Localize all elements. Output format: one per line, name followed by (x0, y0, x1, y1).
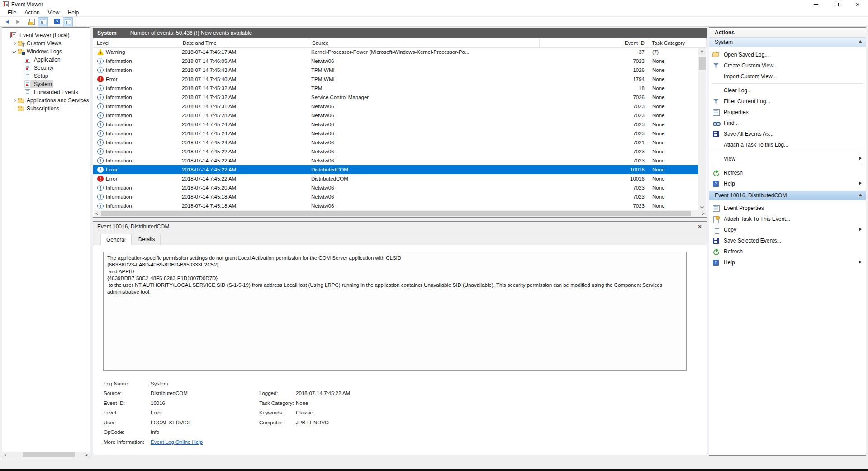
event-row[interactable]: iInformation 2018-07-14 7:45:24 AM Netwt… (93, 129, 699, 138)
actions-section-header-system[interactable]: System (709, 38, 866, 47)
action-find[interactable]: Find... (709, 118, 866, 128)
tree-item-subscriptions[interactable]: Subscriptions (2, 105, 90, 113)
action-help[interactable]: Help (709, 178, 866, 189)
action-import-custom-view[interactable]: Import Custom View... (709, 71, 866, 82)
menu-file[interactable]: File (4, 9, 20, 16)
event-list-horizontal-scrollbar[interactable]: < > (94, 210, 707, 217)
action-help[interactable]: Help (709, 257, 866, 268)
tree-expander-icon[interactable] (11, 41, 17, 47)
close-button[interactable]: × (847, 0, 868, 9)
tree-item-event-viewer-local-[interactable]: Event Viewer (Local) (2, 31, 90, 39)
column-header-source[interactable]: Source (308, 38, 540, 47)
event-row[interactable]: iInformation 2018-07-14 7:45:18 AM Netwt… (93, 192, 699, 201)
event-row[interactable]: iInformation 2018-07-14 7:45:32 AM Servi… (93, 93, 699, 102)
collapse-icon[interactable] (859, 194, 862, 196)
forward-arrow-icon: ► (15, 18, 21, 25)
tree-item-forwarded-events[interactable]: Forwarded Events (2, 88, 90, 96)
minimize-button[interactable] (806, 0, 826, 9)
scroll-up-button[interactable] (698, 48, 706, 55)
event-row[interactable]: !Error 2018-07-14 7:45:40 AM TPM-WMI 179… (93, 75, 699, 84)
show-console-tree-button[interactable] (38, 17, 48, 26)
tree-expander-icon (19, 73, 24, 79)
action-copy[interactable]: Copy (709, 224, 866, 235)
tab-general[interactable]: General (100, 234, 132, 245)
show-action-pane-button[interactable] (63, 17, 73, 26)
action-attach-task-to-this-event[interactable]: Attach Task To This Event... (709, 214, 866, 224)
scroll-right-icon[interactable]: > (700, 210, 707, 217)
scroll-right-icon[interactable]: > (83, 452, 90, 458)
column-header-eventid[interactable]: Event ID (540, 38, 648, 47)
tree-horizontal-scrollbar[interactable]: < > (2, 452, 90, 458)
scrollbar-thumb[interactable] (101, 211, 691, 216)
menu-action[interactable]: Action (20, 9, 43, 16)
tree-item-windows-logs[interactable]: Windows Logs (2, 48, 90, 56)
tree-item-system[interactable]: System (2, 80, 90, 88)
action-clear-log[interactable]: Clear Log... (709, 85, 866, 96)
action-properties[interactable]: Properties (709, 107, 866, 118)
tree-item-custom-views[interactable]: Custom Views (2, 39, 90, 48)
menu-help[interactable]: Help (64, 9, 83, 16)
back-button[interactable]: ◄ (2, 17, 12, 26)
tree-item-security[interactable]: Security (2, 64, 90, 72)
scroll-left-icon[interactable]: < (94, 210, 100, 217)
scrollbar-thumb[interactable] (699, 57, 706, 70)
action-save-all-events-as[interactable]: Save All Events As... (709, 128, 866, 139)
source-cell: TPM-WMI (308, 67, 540, 73)
action-save-selected-events[interactable]: Save Selected Events... (709, 235, 866, 246)
tree-item-application[interactable]: Application (2, 56, 90, 64)
event-row[interactable]: iInformation 2018-07-14 7:45:20 AM Netwt… (93, 183, 699, 192)
event-row[interactable]: !Error 2018-07-14 7:45:22 AM Distributed… (93, 174, 699, 183)
tree-item-setup[interactable]: Setup (2, 72, 90, 80)
menu-view[interactable]: View (44, 9, 64, 16)
column-header-taskcategory[interactable]: Task Category (648, 38, 707, 47)
action-filter-current-log[interactable]: Filter Current Log... (709, 96, 866, 107)
action-open-saved-log[interactable]: Open Saved Log... (709, 49, 866, 60)
column-header-level[interactable]: Level (93, 38, 179, 47)
tab-details[interactable]: Details (133, 234, 161, 245)
open-saved-log-button[interactable] (27, 17, 37, 26)
preview-close-button[interactable]: ✕ (696, 223, 704, 230)
event-row[interactable]: iInformation 2018-07-14 7:45:22 AM Netwt… (93, 156, 699, 165)
event-row[interactable]: iInformation 2018-07-14 7:45:24 AM Netwt… (93, 120, 699, 129)
action-event-properties[interactable]: Event Properties (709, 203, 866, 214)
event-description[interactable]: The application-specific permission sett… (103, 252, 687, 371)
tree-item-label: Application (34, 57, 61, 63)
event-list-vertical-scrollbar[interactable] (698, 48, 706, 211)
level-text: Information (106, 185, 132, 190)
action-attach-a-task-to-this-log[interactable]: Attach a Task To this Log... (709, 139, 866, 150)
restore-button[interactable] (826, 0, 847, 9)
source-cell: TPM (308, 86, 540, 91)
save-icon (712, 238, 720, 244)
event-log-online-help-link[interactable]: Event Log Online Help (151, 439, 203, 445)
props-icon (712, 205, 720, 212)
event-row[interactable]: iInformation 2018-07-14 7:46:05 AM Netwt… (93, 57, 699, 66)
actions-section-header-event[interactable]: Event 10016, DistributedCOM (709, 191, 866, 200)
tree-expander-icon[interactable] (11, 98, 17, 104)
source-cell: Netwtw06 (308, 104, 540, 109)
event-row[interactable]: iInformation 2018-07-14 7:45:24 AM Netwt… (93, 138, 699, 147)
action-view[interactable]: View (709, 153, 866, 164)
event-preview-pane: Event 10016, DistributedCOM ✕ General De… (93, 221, 707, 455)
scroll-left-icon[interactable]: < (2, 452, 9, 458)
action-label: Find... (724, 120, 739, 126)
tree-item-label: Setup (34, 73, 48, 79)
forward-button[interactable]: ► (13, 17, 23, 26)
tree-item-applications-and-services-lo[interactable]: Applications and Services Lo (2, 96, 90, 105)
event-row[interactable]: iInformation 2018-07-14 7:45:32 AM TPM 1… (93, 84, 699, 93)
help-button[interactable]: ? (52, 17, 62, 26)
event-row[interactable]: iInformation 2018-07-14 7:45:43 AM TPM-W… (93, 66, 699, 75)
tree-expander-icon[interactable] (11, 49, 17, 55)
event-row[interactable]: !Error 2018-07-14 7:45:22 AM Distributed… (93, 165, 699, 174)
scrollbar-thumb[interactable] (23, 452, 75, 457)
event-row[interactable]: !Warning 2018-07-14 7:46:17 AM Kernel-Pr… (93, 48, 699, 57)
action-create-custom-view[interactable]: Create Custom View... (709, 60, 866, 71)
column-header-date[interactable]: Date and Time (179, 38, 308, 47)
event-row[interactable]: iInformation 2018-07-14 7:45:22 AM Netwt… (93, 147, 699, 156)
action-refresh[interactable]: Refresh (709, 167, 866, 178)
event-row[interactable]: iInformation 2018-07-14 7:45:31 AM Netwt… (93, 102, 699, 111)
source-cell: Netwtw06 (308, 194, 540, 200)
collapse-icon[interactable] (859, 40, 862, 43)
action-refresh[interactable]: Refresh (709, 246, 866, 257)
event-row[interactable]: iInformation 2018-07-14 7:45:18 AM Netwt… (93, 201, 699, 210)
event-row[interactable]: iInformation 2018-07-14 7:45:28 AM Netwt… (93, 111, 699, 120)
